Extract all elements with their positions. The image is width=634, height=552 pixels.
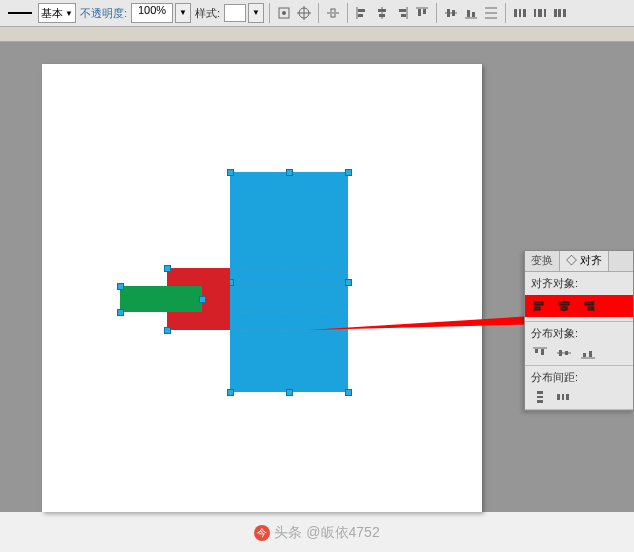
svg-rect-54 [565,351,568,355]
distribute-top-icon[interactable] [531,345,549,361]
selection-handle[interactable] [345,169,352,176]
svg-rect-14 [379,14,385,17]
svg-rect-31 [519,9,521,17]
svg-rect-58 [537,391,543,394]
align-left-icon[interactable] [531,298,549,314]
style-swatch[interactable] [224,4,246,22]
separator [269,3,270,23]
align-hcenter-icon[interactable] [555,298,573,314]
svg-rect-25 [467,10,470,17]
selection-handle[interactable] [199,296,206,303]
shape-blue-rect[interactable] [230,172,348,392]
selection-handle[interactable] [164,327,171,334]
svg-rect-45 [561,307,567,310]
style-label: 样式: [193,6,222,21]
shape-green-rect[interactable] [120,286,202,312]
svg-rect-16 [399,9,406,12]
distribute-v-space-icon[interactable] [531,389,549,405]
svg-rect-19 [418,9,421,16]
distribute-bottom-icon[interactable] [579,345,597,361]
align-top-icon[interactable] [413,4,431,22]
opacity-dropdown-button[interactable]: ▼ [175,3,191,23]
svg-rect-36 [554,9,557,17]
svg-rect-34 [538,9,542,17]
align-vcenter-icon[interactable] [442,4,460,22]
guide-line [230,330,348,331]
artboard[interactable] [42,64,482,512]
selection-handle[interactable] [164,265,171,272]
svg-rect-42 [535,307,540,310]
section-distribute-objects: 分布对象: [525,322,633,366]
align-right-icon[interactable] [393,4,411,22]
svg-rect-38 [563,9,566,17]
chevron-down-icon: ▼ [65,9,73,18]
tab-transform[interactable]: 变换 [525,251,560,271]
svg-rect-51 [541,349,544,355]
align-right-icon[interactable] [579,298,597,314]
guide-line [230,286,348,287]
svg-rect-17 [401,14,406,17]
svg-point-1 [282,11,286,15]
style-dropdown-button[interactable]: ▼ [248,3,264,23]
align-left-icon[interactable] [353,4,371,22]
svg-rect-11 [358,14,363,17]
align-artboard-icon[interactable] [324,4,342,22]
separator [436,3,437,23]
selection-handle[interactable] [286,389,293,396]
svg-rect-62 [562,394,564,400]
svg-rect-48 [588,307,593,310]
selection-handle[interactable] [345,389,352,396]
stroke-weight-preview[interactable] [8,12,32,14]
align-objects-title: 对齐对象: [531,276,627,291]
svg-rect-35 [544,9,546,17]
separator [347,3,348,23]
control-bar [0,27,634,42]
svg-rect-50 [535,349,538,353]
selection-handle[interactable] [117,309,124,316]
svg-rect-44 [559,302,569,305]
distribute-spacing-row [531,389,627,405]
panel-tabs: 变换 ◇ 对齐 [525,251,633,272]
tab-align[interactable]: ◇ 对齐 [560,251,609,271]
svg-rect-61 [557,394,560,400]
selection-handle[interactable] [345,279,352,286]
svg-rect-53 [559,350,562,356]
svg-rect-20 [423,9,426,14]
preferences-icon[interactable] [295,4,313,22]
distribute-objects-title: 分布对象: [531,326,627,341]
section-distribute-spacing: 分布间距: [525,366,633,410]
selection-handle[interactable] [286,169,293,176]
distribute-objects-row [531,345,627,361]
svg-rect-22 [447,9,450,17]
distribute-spacing-title: 分布间距: [531,370,627,385]
options-toolbar: 基本 ▼ 不透明度: 100% ▼ 样式: ▼ [0,0,634,27]
distribute-top-icon[interactable] [482,4,500,22]
svg-rect-26 [472,12,475,17]
distribute-vcenter-icon[interactable] [555,345,573,361]
distribute-h1-icon[interactable] [511,4,529,22]
align-bottom-icon[interactable] [462,4,480,22]
watermark: 今 头条 @皈依4752 [0,523,634,542]
stroke-type-value: 基本 [41,6,63,21]
watermark-author: @皈依4752 [306,524,379,542]
distribute-h3-icon[interactable] [551,4,569,22]
selection-handle[interactable] [227,389,234,396]
align-panel[interactable]: 变换 ◇ 对齐 对齐对象: 分布对象: 分布间距: [524,250,634,411]
selection-handle[interactable] [117,283,124,290]
stroke-type-dropdown[interactable]: 基本 ▼ [38,3,76,23]
svg-rect-47 [585,302,593,305]
selection-handle[interactable] [227,169,234,176]
svg-rect-33 [534,9,536,17]
guide-line [230,312,348,313]
align-hcenter-icon[interactable] [373,4,391,22]
distribute-h-space-icon[interactable] [555,389,573,405]
svg-rect-23 [452,10,455,16]
distribute-h2-icon[interactable] [531,4,549,22]
section-align-objects: 对齐对象: [525,272,633,322]
svg-rect-57 [589,351,592,357]
opacity-input[interactable]: 100% [131,3,173,23]
svg-rect-59 [537,396,543,398]
svg-rect-41 [535,302,543,305]
svg-rect-60 [537,400,543,403]
doc-setup-icon[interactable] [275,4,293,22]
